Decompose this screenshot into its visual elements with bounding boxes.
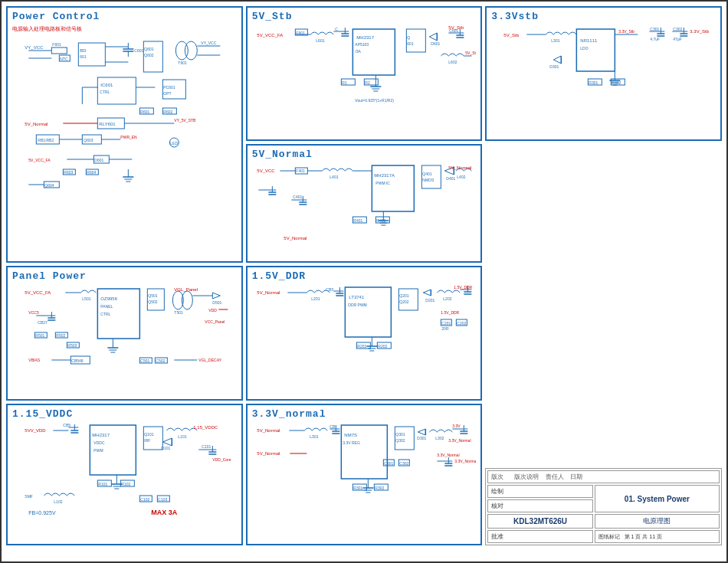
svg-text:F601: F601 <box>296 31 305 35</box>
svg-text:R101: R101 <box>98 482 107 486</box>
svg-text:L302: L302 <box>435 436 444 440</box>
svg-text:5V_Normal: 5V_Normal <box>257 290 280 295</box>
svg-point-20 <box>175 41 188 60</box>
svg-rect-3 <box>51 47 67 54</box>
svg-text:R202: R202 <box>378 344 387 349</box>
svg-text:Q202: Q202 <box>399 300 408 304</box>
svg-text:VBIAS: VBIAS <box>28 358 40 362</box>
svg-text:5V_Normal: 5V_Normal <box>284 236 307 241</box>
svg-text:NR1111: NR1111 <box>581 38 598 43</box>
svg-text:3.3V_Normal: 3.3V_Normal <box>448 438 471 443</box>
max-current: MAX 3A <box>151 509 178 516</box>
svg-text:5V_VCC: 5V_VCC <box>257 169 275 173</box>
svg-text:VDDC: VDDC <box>93 440 105 445</box>
svg-text:VCC5: VCC5 <box>28 310 39 315</box>
svg-text:IRF: IRF <box>144 438 150 443</box>
svg-text:Q401: Q401 <box>422 172 431 176</box>
3v3-normal-title: 3.3V_normal <box>252 408 477 420</box>
svg-point-21 <box>185 41 197 60</box>
svg-text:Q502: Q502 <box>148 300 157 304</box>
svg-text:C401: C401 <box>293 195 302 199</box>
block-1v15-vddc: 1.15_VDDC 5VV_VDD CB5 MH2317 VDDC PWM Q1… <box>6 404 243 546</box>
svg-text:3.3V REG: 3.3V REG <box>343 440 360 445</box>
svg-text:C: C <box>335 27 338 31</box>
svg-text:RLY601: RLY601 <box>99 122 116 126</box>
svg-text:3.3V: 3.3V <box>452 424 461 428</box>
3v3-normal-schematic: 5V_Normal L301 NM7S 3.3V REG Q301 Q302 D… <box>252 423 477 530</box>
block-5v-stb: 5V_Stb 5V_VCC_FA L601 MH2317 AP5103 /3A … <box>246 6 483 141</box>
svg-text:C301: C301 <box>651 27 660 31</box>
svg-text:L602: L602 <box>448 60 457 64</box>
svg-rect-78 <box>406 29 425 52</box>
svg-text:Q301: Q301 <box>395 432 405 437</box>
svg-text:D601: D601 <box>431 41 440 46</box>
svg-text:L202: L202 <box>443 296 451 301</box>
svg-text:Q602: Q602 <box>144 53 153 57</box>
svg-text:VGL_DECAY: VGL_DECAY <box>198 358 221 362</box>
svg-text:5V_VCC_FA: 5V_VCC_FA <box>257 33 283 38</box>
svg-text:R603: R603 <box>64 170 73 175</box>
svg-text:BD: BD <box>80 48 87 53</box>
svg-text:R201: R201 <box>357 344 366 349</box>
svg-text:R1: R1 <box>342 80 347 85</box>
svg-text:D301: D301 <box>417 436 426 440</box>
svg-text:5V_Normal: 5V_Normal <box>257 428 280 433</box>
svg-text:C502: C502 <box>156 358 165 363</box>
svg-text:LT3741: LT3741 <box>349 295 365 300</box>
svg-text:CB: CB <box>330 424 336 429</box>
3v3stb-title: 3.3Vstb <box>491 11 716 22</box>
svg-text:R302: R302 <box>375 486 384 490</box>
svg-text:T501: T501 <box>174 310 183 315</box>
svg-text:3.3V_Stb: 3.3V_Stb <box>690 29 710 34</box>
svg-text:5V_Stb: 5V_Stb <box>465 51 476 55</box>
svg-text:VCC_Panel: VCC_Panel <box>205 319 225 324</box>
svg-text:CB3: CB3 <box>326 287 333 292</box>
svg-text:F601: F601 <box>52 42 61 47</box>
svg-text:R2: R2 <box>365 80 370 85</box>
approved-label: 批准 <box>487 530 592 543</box>
svg-text:5V_Normal: 5V_Normal <box>448 165 471 170</box>
schematic-page: Power Control 电源输入处理电路板和信号板 VY_VCC F601 … <box>0 0 728 563</box>
svg-text:AP5103: AP5103 <box>355 42 369 47</box>
1v5-ddr-schematic: 5V_Normal L201 LT3741 DDR PWM Q201 Q202 … <box>252 285 477 385</box>
svg-text:D601: D601 <box>94 158 103 162</box>
power-control-desc: 电源输入处理电路板和信号板 <box>12 25 237 33</box>
svg-text:T601: T601 <box>178 61 187 65</box>
svg-text:CTRL: CTRL <box>100 312 110 316</box>
svg-text:R503: R503 <box>67 343 77 348</box>
model-label: KDL32MT626U <box>487 514 592 529</box>
svg-text:5V_VCC_FA: 5V_VCC_FA <box>28 158 51 162</box>
doc-header: 版次 版次说明 责任人 日期 <box>487 470 720 483</box>
svg-text:MH2317: MH2317 <box>92 433 110 437</box>
svg-text:L402: L402 <box>457 175 465 179</box>
svg-rect-151 <box>421 165 441 188</box>
title-block-table: 版次 版次说明 责任人 日期 绘制 01. System Power 核对 KD… <box>485 468 722 545</box>
svg-text:R401: R401 <box>353 218 362 223</box>
5v-stb-title: 5V_Stb <box>252 11 477 22</box>
3v3stb-schematic: 5V_Stb NR1111 LDO L301 3.3V_Stb C301 4.7… <box>491 25 716 125</box>
svg-text:L501: L501 <box>82 296 90 301</box>
svg-marker-281 <box>162 438 172 446</box>
svg-text:1.5V_DDR: 1.5V_DDR <box>441 310 459 315</box>
svg-text:C302: C302 <box>674 27 683 31</box>
svg-text:MH2317A: MH2317A <box>374 173 395 178</box>
block-3v3-normal: 3.3V_normal 5V_Normal L301 NM7S 3.3V REG… <box>246 404 483 546</box>
svg-marker-308 <box>418 429 425 435</box>
svg-marker-232 <box>423 290 431 296</box>
block-1v5-ddr: 1.5V_DDR 5V_Normal L201 LT3741 DDR PWM Q… <box>246 266 483 401</box>
svg-text:L201: L201 <box>311 296 320 301</box>
svg-text:Q302: Q302 <box>395 438 405 443</box>
block-3v3stb: 3.3Vstb 5V_Stb NR1111 LDO L301 3.3V_Stb … <box>485 6 722 141</box>
svg-text:C501: C501 <box>140 358 149 363</box>
svg-text:L401: L401 <box>330 175 338 179</box>
svg-text:R501: R501 <box>35 333 44 338</box>
svg-text:601: 601 <box>80 54 87 59</box>
page-number: 第 1 页 共 11 页 <box>625 534 662 539</box>
svg-text:R602: R602 <box>163 110 172 114</box>
svg-text:601: 601 <box>407 41 414 46</box>
svg-text:OPT: OPT <box>163 91 171 96</box>
svg-text:R601: R601 <box>140 110 149 114</box>
panel-power-schematic: 5V_VCC_FA VGL_Panel OZ9956 PANEL CTRL L5… <box>12 285 237 385</box>
svg-text:C101: C101 <box>202 444 211 449</box>
svg-text:VDD: VDD <box>208 308 217 313</box>
